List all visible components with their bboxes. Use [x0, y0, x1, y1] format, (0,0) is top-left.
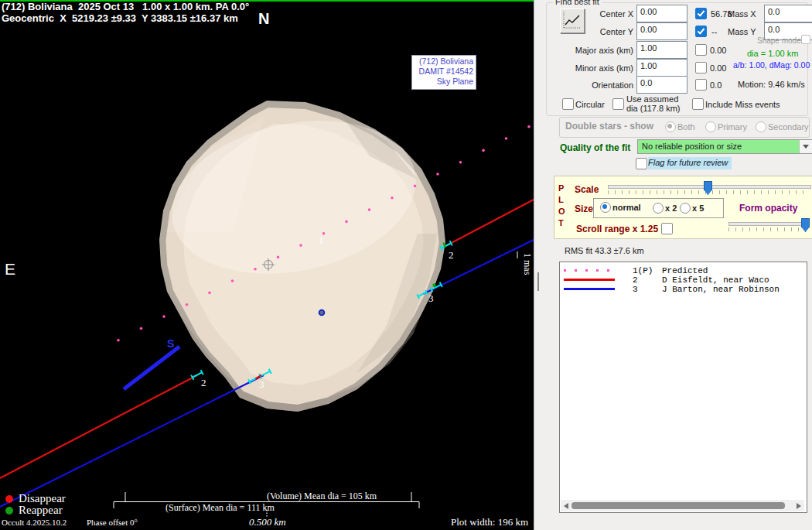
- minor-axis-input[interactable]: 1.00: [636, 59, 687, 77]
- splitter-handle[interactable]: [537, 272, 539, 291]
- scale-slider-label: Scale: [575, 184, 599, 195]
- major-axis-input[interactable]: 1.00: [636, 41, 687, 59]
- scroll-range-checkbox[interactable]: [661, 223, 673, 234]
- circular-label: Circular: [575, 100, 605, 109]
- quality-label: Quality of the fit: [560, 142, 630, 153]
- mass-x-input[interactable]: 0.0: [764, 5, 812, 22]
- ab-dmag-readout: a/b: 1.00, dMag: 0.00: [733, 60, 810, 70]
- quality-dropdown[interactable]: No reliable position or size: [637, 139, 812, 154]
- orientation-fit-checkbox[interactable]: [695, 79, 707, 91]
- list-item[interactable]: 2 D Eisfeldt, near Waco: [560, 275, 807, 285]
- scroll-right-arrow-icon[interactable]: [797, 503, 801, 509]
- size-x5-radio[interactable]: [680, 203, 691, 214]
- include-miss-events-checkbox[interactable]: [692, 98, 704, 110]
- size-x2-label: x 2: [665, 203, 677, 213]
- quality-dropdown-value: No reliable position or size: [642, 142, 742, 151]
- legend-row-num: 2: [633, 275, 638, 285]
- center-y-fit-checkbox[interactable]: [695, 26, 707, 37]
- plot-letter-t: T: [558, 218, 564, 227]
- major-axis-fit-checkbox[interactable]: [695, 44, 707, 56]
- flag-review-label: Flag for future review: [648, 157, 732, 169]
- horizontal-scrollbar[interactable]: [561, 500, 804, 511]
- chord-legend-list[interactable]: 1(P) Predicted 2 D Eisfeldt, near Waco 3…: [559, 262, 807, 513]
- target-info-box: (712) Boliviana DAMIT #14542 Sky Plane: [411, 55, 476, 90]
- center-x-input[interactable]: 0.00: [636, 5, 687, 22]
- dia-readout: dia = 1.00 km: [747, 49, 798, 58]
- size-label: Size: [575, 203, 593, 214]
- plot-title-line1: (712) Boliviana 2025 Oct 13 1.00 x 1.00 …: [2, 1, 249, 12]
- double-secondary-label: Secondary: [768, 122, 809, 132]
- red-line-sample-icon: [564, 279, 615, 281]
- legend-row-name: Predicted: [662, 266, 708, 275]
- chevron-down-icon[interactable]: [799, 140, 812, 153]
- legend-row-num: 1(P): [633, 266, 653, 275]
- plot-letter-l: L: [558, 195, 564, 204]
- orientation-label: Orientation: [556, 80, 633, 90]
- scroll-left-arrow-icon[interactable]: [564, 503, 568, 509]
- blue-line-sample-icon: [564, 288, 615, 290]
- center-y-stat: --: [711, 27, 717, 36]
- double-secondary-radio[interactable]: [756, 121, 766, 132]
- volume-mean-dia-label: (Volume) Mean dia = 105 km: [267, 491, 377, 502]
- plot-title-line2: Geocentric X 5219.23 ±9.33 Y 3383.15 ±16…: [2, 12, 238, 24]
- minor-axis-stat: 0.00: [710, 63, 726, 73]
- circular-checkbox[interactable]: [562, 98, 574, 110]
- km-scale-label: 0.500 km: [249, 516, 286, 528]
- include-miss-events-label: Include Miss events: [705, 100, 780, 109]
- chord2-label-right: 2: [449, 249, 454, 261]
- reappear-dot-icon: [5, 507, 13, 515]
- info-sky-plane: Sky Plane: [412, 77, 473, 87]
- mas-scale-label: 1 mas: [522, 253, 533, 275]
- list-item[interactable]: 3 J Barton, near Robinson: [560, 285, 807, 294]
- double-both-label: Both: [677, 122, 695, 132]
- legend-reappear-label: Reappear: [19, 504, 63, 517]
- fit-control-panel: Find best fit Center X 0.00 56.78 Mass X…: [534, 0, 812, 530]
- app-version-label: Occult 4.2025.10.2: [2, 518, 67, 527]
- use-assumed-dia-label-line2: dia (117.8 km): [626, 104, 681, 113]
- legend-row-name: D Eisfeldt, near Waco: [662, 275, 769, 285]
- center-y-input[interactable]: 0.00: [636, 22, 687, 40]
- motion-readout: Motion: 9.46 km/s: [738, 80, 805, 89]
- opacity-slider-track[interactable]: [728, 222, 810, 226]
- minor-axis-fit-checkbox[interactable]: [695, 62, 707, 74]
- opacity-slider-ticks: [728, 227, 808, 231]
- compass-north-label: N: [258, 10, 269, 27]
- size-x2-radio[interactable]: [653, 203, 664, 214]
- double-stars-title: Double stars - show: [565, 121, 653, 132]
- double-primary-radio[interactable]: [705, 121, 716, 132]
- rms-fit-readout: RMS fit 43.3 ±7.6 km: [565, 246, 644, 255]
- south-pole-label: S: [167, 337, 174, 350]
- occult-app-window: 1 2 2 3 3 S N E 1 mas (712) Bolivia: [0, 0, 812, 530]
- center-y-label: Center Y: [579, 27, 633, 36]
- legend-row-name: J Barton, near Robinson: [662, 285, 780, 294]
- info-damit-id: DAMIT #14542: [412, 67, 473, 77]
- asteroid-shape-model: [158, 100, 445, 412]
- form-opacity-label: Form opacity: [739, 203, 797, 214]
- sky-plane-plot[interactable]: 1 2 2 3 3 S N E 1 mas (712) Bolivia: [0, 0, 534, 530]
- size-normal-label: normal: [612, 203, 641, 212]
- legend-row-num: 3: [633, 285, 638, 294]
- minor-axis-label: Minor axis (km): [556, 63, 633, 73]
- list-item[interactable]: 1(P) Predicted: [560, 266, 807, 275]
- spin-axis-line: [124, 347, 179, 389]
- plot-letter-o: O: [558, 207, 565, 216]
- path-label-1: 1: [319, 234, 324, 246]
- double-both-radio[interactable]: [665, 121, 676, 132]
- shape-model-label: Shape model: [757, 36, 803, 45]
- scrollbar-thumb[interactable]: [571, 502, 785, 509]
- center-x-fit-checkbox[interactable]: [695, 8, 707, 19]
- surface-mean-dia-label: (Surface) Mean dia = 111 km: [165, 502, 275, 514]
- scroll-range-label: Scroll range x 1.25: [576, 224, 658, 234]
- use-assumed-dia-checkbox[interactable]: [612, 98, 624, 110]
- disappear-dot-icon: [5, 495, 13, 503]
- mass-x-label: Mass X: [728, 9, 756, 19]
- shape-model-checkbox[interactable]: [801, 35, 810, 44]
- flag-review-checkbox[interactable]: [636, 158, 647, 169]
- chord2-label-left: 2: [201, 377, 206, 388]
- chord3-label-left: 3: [259, 378, 264, 390]
- orientation-input[interactable]: 0.0: [636, 76, 687, 94]
- orientation-stat: 0.0: [710, 80, 722, 90]
- blue-ring-marker: [319, 310, 325, 316]
- major-axis-stat: 0.00: [710, 46, 726, 55]
- size-normal-radio[interactable]: [600, 202, 611, 213]
